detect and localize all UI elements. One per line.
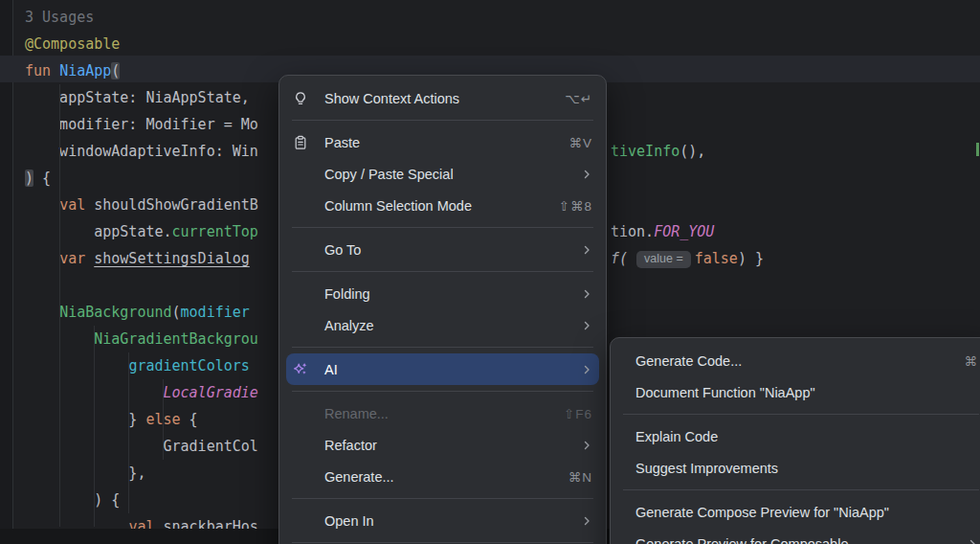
menu-separator [292,271,593,272]
indent-guide [163,379,164,460]
code-token: var [59,250,85,267]
lightbulb-icon [293,91,316,106]
code-token: NiaBackground [59,304,171,321]
menu-item-generate-compose-preview-for-niaapp[interactable]: Generate Compose Preview for "NiaApp" [611,496,980,528]
submenu-arrow-icon [967,538,978,544]
code-token: false [695,250,738,267]
submenu-arrow-icon [581,320,592,331]
code-line: 3 Usages [25,4,980,31]
ai-submenu: Generate Code...⌘Document Function "NiaA… [610,337,980,544]
menu-item-show-context-actions[interactable]: Show Context Actions⌥↵ [279,82,606,114]
indent-guide [128,352,129,513]
menu-item-document-function-niaapp[interactable]: Document Function "NiaApp" [611,376,980,408]
code-token: shouldShowGradientB [85,196,258,214]
menu-separator [292,347,593,348]
menu-item-generate[interactable]: Generate...⌘N [279,461,606,492]
menu-shortcut: ⇧F6 [564,406,592,421]
menu-item-analyze[interactable]: Analyze [279,309,606,341]
code-token: fun [25,62,59,79]
menu-icon-slot [293,318,316,333]
indent-guide [59,84,60,527]
code-token: NiaApp [59,62,111,79]
menu-item-rename: Rename...⇧F6 [279,397,606,429]
menu-separator [623,414,979,415]
context-menu: Show Context Actions⌥↵Paste⌘VCopy / Past… [278,75,607,544]
menu-item-copy-paste-special[interactable]: Copy / Paste Special [279,158,606,190]
submenu-arrow-icon [581,288,592,300]
code-token: val [59,196,85,214]
code-fragment: tiveInfo(), [611,138,705,165]
menu-item-folding[interactable]: Folding [279,278,606,309]
menu-item-generate-code[interactable]: Generate Code...⌘ [611,345,980,376]
submenu-arrow-icon [581,440,592,451]
code-token: ) { [25,491,120,509]
submenu-arrow-icon [581,515,592,527]
code-token: 3 Usages [25,9,94,26]
code-token: ) } [738,250,764,267]
code-token: { [181,411,198,428]
menu-icon-slot [293,198,316,214]
menu-item-label: Open In [324,513,374,529]
submenu-arrow-icon [581,244,592,256]
code-token: ) [25,170,33,187]
menu-separator [292,120,593,121]
indent-guide [94,326,95,527]
submenu-arrow-icon [581,169,592,180]
menu-item-suggest-improvements[interactable]: Suggest Improvements [611,452,980,484]
ide-screenshot: { "palette": { "editor_bg": "#1e1f22", "… [0,0,980,544]
menu-item-refactor[interactable]: Refactor [279,429,606,461]
menu-icon-slot [293,167,316,182]
code-token [25,250,59,267]
menu-shortcut: ⌘N [568,469,592,485]
menu-item-label: Generate... [324,469,394,485]
code-token: currentTop [172,223,258,240]
inlay-hint-chip: value = [636,251,691,268]
code-fragment: f( value =false) } [611,245,764,272]
menu-item-column-selection-mode[interactable]: Column Selection Mode⇧⌘8 [279,190,606,221]
code-token: modifier [181,304,250,321]
code-token: tiveInfo [611,143,679,160]
code-token: LocalGradie [164,384,258,401]
scrollbar-analysis-marker [976,143,979,156]
menu-item-label: Folding [324,286,370,302]
menu-icon-slot [293,513,316,529]
menu-icon-slot [293,242,316,258]
menu-separator [623,489,979,490]
menu-shortcut: ⌥↵ [565,91,592,106]
code-token [25,357,128,374]
code-token [25,196,59,214]
menu-item-explain-code[interactable]: Explain Code [611,420,980,452]
menu-item-paste[interactable]: Paste⌘V [279,126,606,158]
code-token: (), [679,143,705,160]
clipboard-icon [293,135,316,150]
menu-separator [292,542,593,543]
code-token: showSettingsDialog [94,250,250,267]
menu-icon-slot [293,286,316,302]
menu-item-label: Go To [324,242,361,258]
code-token: @Composable [25,35,120,53]
menu-item-label: Generate Code... [635,353,742,369]
menu-item-label: AI [324,362,338,377]
code-token: f( [611,250,636,267]
menu-item-label: Suggest Improvements [635,461,778,476]
menu-item-open-in[interactable]: Open In [279,505,606,536]
menu-shortcut: ⇧⌘8 [559,198,592,214]
menu-item-label: Document Function "NiaApp" [635,385,815,400]
ai-sparkle-icon [293,362,316,377]
menu-icon-slot [293,406,316,421]
menu-icon-slot [293,438,316,453]
code-fragment: tion.FOR_YOU [611,218,714,245]
code-token: gradientColors [128,357,249,374]
menu-item-label: Generate Compose Preview for "NiaApp" [635,505,889,520]
menu-item-label: Explain Code [635,429,718,444]
menu-item-generate-preview-for-composable[interactable]: Generate Preview for Composable [611,528,980,544]
menu-shortcut: ⌘V [568,135,592,150]
menu-item-ai[interactable]: AI [286,353,599,385]
code-token [25,304,59,321]
menu-item-go-to[interactable]: Go To [279,234,606,265]
menu-item-label: Paste [324,135,360,150]
menu-item-label: Copy / Paste Special [324,167,454,182]
code-token [85,250,94,267]
code-token: appState. [25,223,172,240]
submenu-arrow-icon [581,364,592,375]
